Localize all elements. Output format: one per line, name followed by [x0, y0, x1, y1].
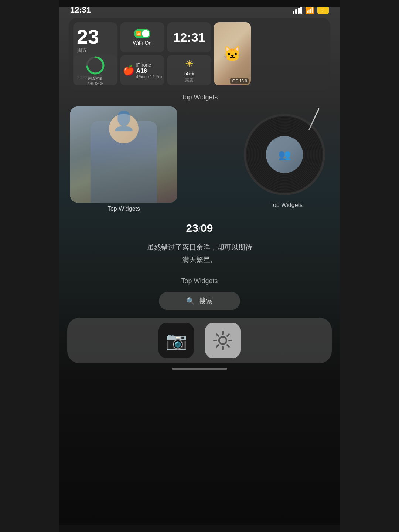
date-quote-section: 23/09 虽然错过了落日余晖，却可以期待满天繁星。	[59, 218, 340, 274]
search-pill[interactable]: 🔍 搜索	[159, 292, 240, 310]
search-icon: 🔍	[186, 297, 195, 305]
iphone-model: iPhone 14 Pro	[136, 74, 162, 79]
photo-widgets-row: 👤 Top Widgets 👥 Top Widgets	[59, 106, 340, 212]
wifi-toggle[interactable]: 📶	[134, 29, 150, 38]
photo-widget-right-col: 👥 Top Widgets	[244, 114, 329, 209]
search-bar[interactable]: 🔍 搜索	[59, 292, 340, 310]
quote-text: 虽然错过了落日余晖，却可以期待满天繁星。	[74, 241, 325, 266]
iphone-text: iPhone A16 iPhone 14 Pro	[136, 62, 162, 79]
storage-label: 剩余容量	[88, 77, 103, 81]
camera-dock-icon[interactable]: 📷	[158, 323, 194, 358]
storage-circle	[85, 55, 106, 76]
svg-line-7	[216, 334, 218, 336]
photo-widget-left-col: 👤 Top Widgets	[70, 106, 177, 212]
svg-line-8	[227, 345, 229, 347]
top-bar	[59, 0, 340, 7]
storage-value: 776.43GB	[87, 82, 103, 86]
date-day: 23	[186, 222, 198, 234]
svg-line-10	[216, 345, 218, 347]
svg-point-2	[219, 337, 226, 344]
apple-logo-icon: 🍎	[123, 65, 134, 76]
iphone-label: iPhone	[136, 62, 162, 68]
date-number: 23	[77, 27, 114, 47]
photo-widget-right[interactable]: 👥	[244, 114, 329, 199]
iphone-chip: A16	[136, 68, 162, 74]
brightness-cell[interactable]: ☀ 55% 亮度	[167, 55, 211, 85]
date-weekday: 周五	[77, 47, 114, 54]
storage-cell: 剩余容量 776.43GB	[73, 55, 117, 85]
iphone-model-cell: 🍎 iPhone A16 iPhone 14 Pro	[120, 55, 164, 85]
big-date-display: 23/09	[74, 222, 325, 234]
sun-icon: ☀	[185, 58, 194, 70]
cat-photo-cell: 🐱 iOS 16.0	[214, 22, 251, 85]
home-indicator	[59, 363, 340, 373]
settings-dock-icon[interactable]	[205, 323, 241, 358]
photo-widget-left-label: Top Widgets	[108, 206, 140, 212]
date-month: 09	[201, 222, 213, 234]
top-widgets-label-2: Top Widgets	[59, 277, 340, 285]
wifi-cell[interactable]: 📶 WiFi On	[120, 22, 164, 52]
home-indicator-bar	[172, 368, 227, 370]
search-label: 搜索	[199, 296, 213, 306]
svg-line-9	[227, 334, 229, 336]
clock-display: 12:31	[173, 30, 205, 45]
wifi-label: WiFi On	[133, 40, 152, 46]
photo-widget-left[interactable]: 👤	[70, 106, 177, 203]
photo-widget-right-label: Top Widgets	[270, 202, 303, 209]
clock-cell: 12:31	[167, 22, 211, 52]
ios-version-label: iOS 16.0	[230, 78, 249, 84]
brightness-label: 亮度	[185, 77, 193, 83]
cat-photo: 🐱	[214, 22, 251, 85]
top-widgets-label-1: Top Widgets	[59, 94, 340, 101]
bottom-bar	[59, 525, 340, 532]
signal-icon	[293, 6, 302, 14]
info-widget: 23 周五 2022年09月 📶 WiFi On 12:31	[69, 18, 330, 90]
brightness-pct: 55%	[184, 71, 194, 76]
dock: 📷	[67, 318, 332, 363]
